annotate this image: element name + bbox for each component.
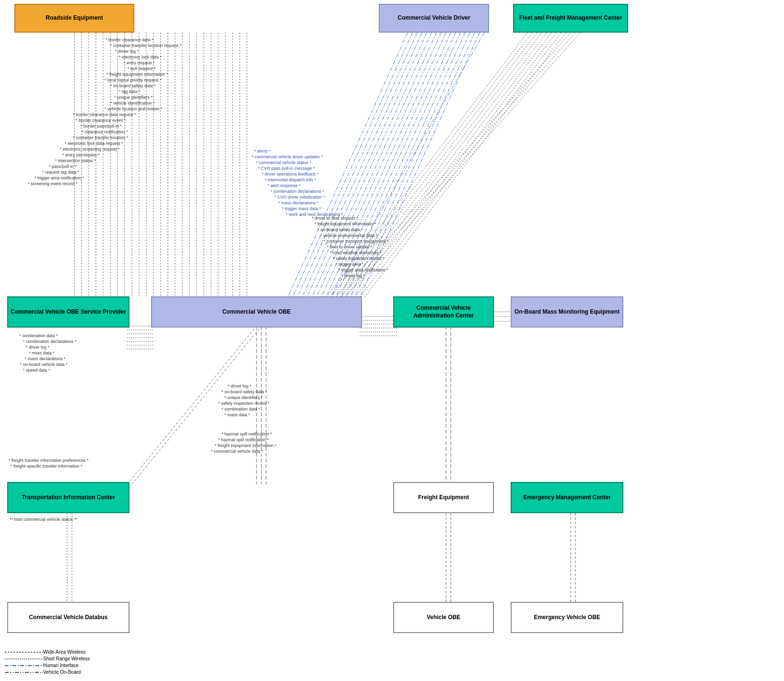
label-combination-data: * combination data * [19,333,58,338]
label-electronic-lock: * electronic lock data * [119,55,162,59]
svg-line-40 [360,33,480,297]
label-entry-request: * entry request * [124,60,155,65]
label-alerts: * alerts * [254,149,270,153]
legend: Wide-Area Wireless Short Range Wireless … [5,649,90,676]
label-onboard-safety: * on-board safety data * [110,83,156,88]
label-border-clearance-data: * border clearance data * [105,37,153,42]
label-screening-event: * screening event record * [28,181,78,186]
label-onboard-vehicle: * on-board vehicle data * [20,362,68,367]
legend-vehicle-onboard: Vehicle On-Board [5,669,90,675]
label-trigger-mass: * trigger mass data * [282,206,321,211]
cv-admin-node: Commercial Vehicle Administration Center [393,296,494,328]
legend-human-interface: Human Interface [5,663,90,668]
legend-wide-area-label: Wide-Area Wireless [43,649,85,655]
label-freight-equip2: * freight equipment information * [315,222,376,226]
label-border-pass: * border pass/pull-in * [81,124,122,129]
svg-line-25 [288,33,408,297]
label-intermodal: * intermodal dispatch info * [265,177,316,182]
label-trigger-notif: * trigger area notification * [339,268,388,272]
label-cv-data: * commercial vehicle data * [211,449,263,454]
legend-vehicle-onboard-label: Vehicle On-Board [43,669,81,675]
label-driver-log-obe: * driver log * [228,384,251,388]
label-exit-request: * exit request * [128,66,156,71]
legend-short-range: Short Range Wireless [5,656,90,661]
svg-line-33 [326,33,446,297]
svg-line-37 [345,33,465,297]
svg-line-34 [331,33,451,297]
label-elock-req: * electronic lock data request * [65,141,123,146]
label-freight-specific: * freight-specific traveler information … [11,464,82,469]
cv-obe-node: Commercial Vehicle OBE [151,296,362,328]
cv-databus-node: Commercial Vehicle Databus [7,602,129,633]
vehicle-obe-node: Vehicle OBE [393,602,494,633]
fleet-freight-label: Fleet and Freight Management Center [519,14,622,22]
svg-line-32 [321,33,441,297]
freight-equipment-node: Freight Equipment [393,482,494,513]
svg-line-42 [326,33,527,297]
label-unique-id: * unique identifiers * [114,95,152,100]
label-trigger-area2: * trigger area * [336,262,363,267]
label-trigger-area: * trigger area notification * [35,176,84,180]
svg-line-70 [127,326,257,484]
svg-line-47 [350,33,551,297]
connections-svg [0,0,784,681]
label-alert-response: * alert response * [268,183,301,188]
label-cvo-pass: * CVO pass pull-in message * [258,166,315,171]
label-safety-insp: * safety inspection record * [333,256,384,261]
label-safety-insp-obe: * safety inspection record * [218,401,269,406]
svg-line-44 [336,33,537,297]
label-vehicle-location: * vehicle location and motion * [105,106,163,111]
label-clearance-notif: * clearance notification * [82,129,128,134]
label-border-clearance-req: * border clearance data request * [73,112,136,117]
label-combination-decl: * combination declarations * [270,189,324,194]
onboard-mass-node: On-Board Mass Monitoring Equipment [511,296,623,328]
svg-line-53 [345,33,580,297]
label-driver-log: * driver log * [115,49,139,54]
legend-short-range-label: Short Range Wireless [43,656,90,661]
label-local-signal: * local signal priority request * [105,78,162,82]
roadside-equipment-node: Roadside Equipment [14,4,134,33]
label-road-weather: * road weather advisories * [330,250,382,255]
svg-line-52 [340,33,575,297]
svg-line-28 [302,33,422,297]
svg-line-39 [355,33,475,297]
svg-line-38 [350,33,470,297]
svg-line-31 [316,33,436,297]
label-driver-log3: * driver log * [26,345,49,350]
vehicle-obe-label: Vehicle OBE [427,614,461,622]
svg-line-71 [132,326,261,484]
svg-line-45 [340,33,542,297]
label-speed-data: * speed data * [23,368,50,373]
label-onboard-safety2: * on-board safety data * [317,227,363,232]
emergency-vehicle-obe-label: Emergency Vehicle OBE [534,614,600,622]
label-combination-obe: * combination data * [222,407,260,411]
commercial-vehicle-driver-label: Commercial Vehicle Driver [398,14,470,22]
label-mass-data: * mass data * [29,351,55,355]
emergency-mgmt-label: Emergency Management Center [523,494,611,502]
label-combination-decl2: * combination declarations * [23,339,77,344]
transport-info-label: Transportation Information Center [22,494,115,502]
label-vehicle-id: * vehicle identification * [110,101,155,106]
svg-line-48 [355,33,556,297]
svg-line-36 [340,33,460,297]
label-freight-equip-info: * freight equipment information * [106,72,168,77]
emergency-vehicle-obe-node: Emergency Vehicle OBE [511,602,623,633]
cv-obe-label: Commercial Vehicle OBE [222,308,291,316]
svg-line-29 [307,33,427,297]
onboard-mass-label: On-Board Mass Monitoring Equipment [515,308,620,316]
commercial-vehicle-driver-node: Commercial Vehicle Driver [379,4,489,33]
legend-human-interface-label: Human Interface [43,663,79,668]
cv-obe-service-label: Commercial Vehicle OBE Service Provider [11,308,126,316]
svg-line-46 [345,33,547,297]
cv-obe-service-node: Commercial Vehicle OBE Service Provider [7,296,129,328]
svg-line-41 [331,33,484,297]
svg-line-35 [336,33,456,297]
label-intersection: * intersection status * [55,158,96,163]
label-driver-ops: * driver operations feedback * [262,172,318,176]
label-container-assign: * container transport assignment * [324,239,389,244]
label-cv-driver-updates: * commercial vehicle driver updates * [252,154,323,159]
transport-info-node: Transportation Information Center [7,482,129,513]
label-freight-traveler: * freight traveler information preferenc… [9,458,89,463]
label-e-screening: * electronic screening request * [60,147,120,152]
label-container-transfer2: * container transfer location * [73,135,129,140]
